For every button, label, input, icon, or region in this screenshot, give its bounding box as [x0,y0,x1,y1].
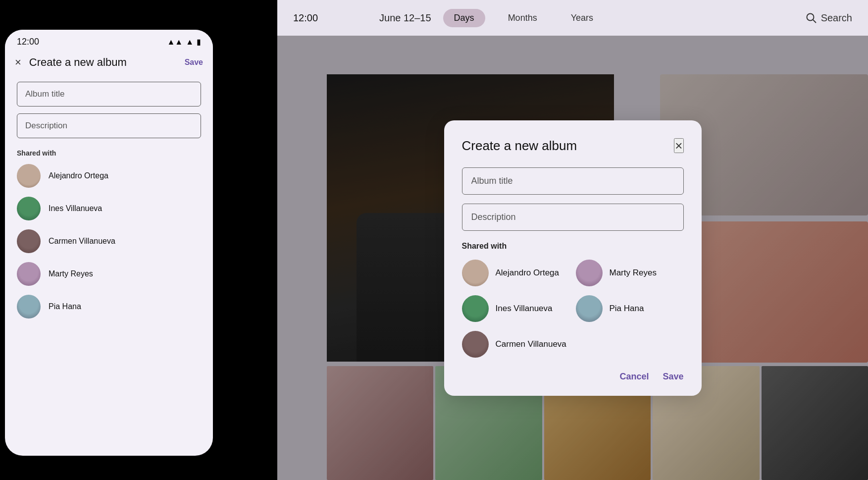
list-item: Ines Villanueva [462,295,570,322]
search-label: Search [821,12,852,24]
person-name: Alejandro Ortega [49,171,108,180]
list-item: Ines Villanueva [17,197,201,220]
person-name: Pia Hana [49,302,81,311]
svg-point-0 [807,14,814,21]
svg-line-1 [813,20,816,23]
phone-header: × Create a new album Save [5,51,213,77]
phone-status-icons: ▲▲ ▲ ▮ [167,37,201,47]
person-name: Carmen Villanueva [496,339,566,349]
search-icon [805,12,817,24]
phone-dialog-title: Create a new album [29,56,185,69]
tablet-topbar: 12:00 June 12–15 Days Months Years Searc… [277,0,868,36]
dialog-title: Create a new album [462,138,577,154]
battery-icon: ▮ [197,37,201,47]
avatar [17,229,41,253]
person-name: Alejandro Ortega [496,268,560,278]
phone-mockup: 12:00 ▲▲ ▲ ▮ × Create a new album Save S… [5,30,213,456]
cancel-button[interactable]: Cancel [619,372,649,382]
dialog-people-grid: Alejandro Ortega Marty Reyes Ines Villan… [462,260,684,358]
avatar [576,260,603,286]
list-item: Alejandro Ortega [462,260,570,286]
person-name: Marty Reyes [610,268,657,278]
list-item: Marty Reyes [576,260,684,286]
dialog-close-button[interactable]: × [674,138,683,153]
person-name: Carmen Villanueva [49,237,115,246]
avatar [576,295,603,322]
avatar [17,295,41,319]
search-area[interactable]: Search [805,12,852,24]
tablet-time: 12:00 [293,12,318,24]
tab-days[interactable]: Days [443,9,485,27]
avatar [17,262,41,286]
phone-save-button[interactable]: Save [185,58,203,67]
phone-close-button[interactable]: × [15,56,21,69]
phone-album-title-input[interactable] [17,82,201,107]
wifi-icon: ▲ [186,38,194,47]
avatar [17,164,41,188]
tablet-screen: 12:00 June 12–15 Days Months Years Searc… [277,0,868,480]
phone-shared-with-label: Shared with [17,149,201,157]
phone-time: 12:00 [17,37,39,47]
person-name: Ines Villanueva [49,204,102,213]
dialog-description-input[interactable] [462,204,684,231]
create-album-dialog: Create a new album × Shared with Alejand… [444,120,702,396]
tab-years[interactable]: Years [560,9,604,27]
tab-months[interactable]: Months [497,9,548,27]
dialog-shared-with-label: Shared with [462,242,684,251]
person-name: Ines Villanueva [496,304,553,314]
dialog-album-title-input[interactable] [462,167,684,195]
avatar [462,331,489,358]
person-name: Marty Reyes [49,269,93,278]
dialog-overlay: Create a new album × Shared with Alejand… [277,36,868,480]
dialog-header: Create a new album × [462,138,684,154]
avatar [462,295,489,322]
avatar [17,197,41,220]
list-item: Pia Hana [576,295,684,322]
phone-form-body: Shared with Alejandro Ortega Ines Villan… [5,77,213,332]
list-item: Carmen Villanueva [462,331,570,358]
phone-description-input[interactable] [17,113,201,138]
list-item: Carmen Villanueva [17,229,201,253]
list-item: Pia Hana [17,295,201,319]
list-item: Marty Reyes [17,262,201,286]
avatar [462,260,489,286]
person-name: Pia Hana [610,304,644,314]
dialog-actions: Cancel Save [462,372,684,382]
tablet-date-range: June 12–15 [379,12,431,24]
signal-icon: ▲▲ [167,38,183,47]
phone-status-bar: 12:00 ▲▲ ▲ ▮ [5,30,213,51]
save-button[interactable]: Save [663,372,683,382]
list-item: Alejandro Ortega [17,164,201,188]
